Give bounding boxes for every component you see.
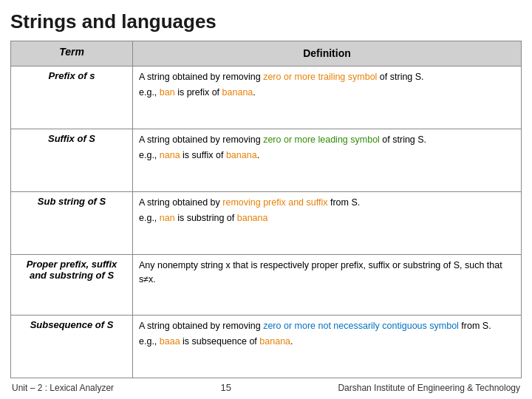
term-substring: Sub string of S [11, 192, 133, 255]
highlight-zero-or-more-not-necessarily: zero or more not necessarily contiguous … [263, 321, 459, 331]
table-row: Suffix of S A string obtained by removin… [11, 129, 522, 192]
def-suffix: A string obtained by removing zero or mo… [133, 129, 522, 192]
page-container: Strings and languages Term Definition Pr… [0, 0, 532, 399]
highlight-zero-or-more-leading: zero or more leading symbol [263, 134, 380, 145]
def-prefix-example: e.g., ban is prefix of banana. [139, 86, 515, 100]
page-title: Strings and languages [10, 10, 522, 33]
term-subsequence: Subsequence of S [11, 315, 133, 378]
table-row: Proper prefix, suffix and substring of S… [11, 255, 522, 316]
highlight-removing-prefix-suffix: removing prefix and suffix [222, 197, 327, 208]
footer-center: 15 [221, 382, 231, 393]
def-proper: Any nonempty string x that is respective… [133, 255, 522, 316]
def-suffix-main: A string obtained by removing zero or mo… [139, 133, 515, 147]
example-nan: nan [160, 213, 175, 223]
def-subsequence-example: e.g., baaa is subsequence of banana. [139, 335, 515, 349]
example-baaa: baaa [160, 336, 180, 347]
table-row: Sub string of S A string obtained by rem… [11, 192, 522, 255]
def-subsequence: A string obtained by removing zero or mo… [133, 315, 522, 378]
example-banana-3: banana [237, 213, 268, 223]
def-suffix-example: e.g., nana is suffix of banana. [139, 149, 515, 163]
def-prefix: A string obtained by removing zero or mo… [133, 66, 522, 129]
term-prefix: Prefix of s [11, 66, 133, 129]
example-banana-1: banana [222, 87, 253, 98]
example-ban: ban [160, 87, 175, 98]
col-header-definition: Definition [133, 41, 522, 66]
footer: Unit – 2 : Lexical Analyzer 15 Darshan I… [10, 378, 522, 395]
def-prefix-main: A string obtained by removing zero or mo… [139, 70, 515, 84]
col-header-term: Term [11, 41, 133, 66]
def-subsequence-main: A string obtained by removing zero or mo… [139, 319, 515, 333]
def-substring-main: A string obtained by removing prefix and… [139, 196, 515, 210]
table-row: Subsequence of S A string obtained by re… [11, 315, 522, 378]
example-banana-4: banana [259, 336, 290, 347]
example-banana-2: banana [226, 150, 257, 160]
term-proper: Proper prefix, suffix and substring of S [11, 255, 133, 316]
def-proper-main: Any nonempty string x that is respective… [139, 259, 515, 287]
term-suffix: Suffix of S [11, 129, 133, 192]
footer-left: Unit – 2 : Lexical Analyzer [12, 383, 114, 393]
table-row: Prefix of s A string obtained by removin… [11, 66, 522, 129]
footer-right: Darshan Institute of Engineering & Techn… [338, 383, 520, 393]
highlight-zero-or-more-trailing: zero or more trailing symbol [263, 72, 377, 82]
main-table: Term Definition Prefix of s A string obt… [10, 41, 522, 378]
def-substring: A string obtained by removing prefix and… [133, 192, 522, 255]
example-nana: nana [160, 150, 180, 160]
def-substring-example: e.g., nan is substring of banana [139, 211, 515, 225]
